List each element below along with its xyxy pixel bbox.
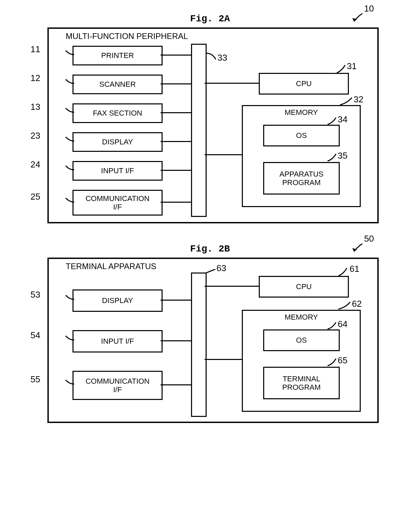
bus-ref-label: 33: [217, 53, 227, 63]
left-block-display: DISPLAY: [72, 289, 163, 312]
left-block-label: DISPLAY: [102, 296, 133, 305]
ref-55: 55: [30, 374, 40, 385]
left-block-display: DISPLAY: [72, 132, 163, 152]
ref-leader-icon: [62, 50, 75, 58]
terminal-box: TERMINAL APPARATUS 63 DISPLAY INPUT I/F: [47, 258, 379, 423]
connector-line: [205, 359, 243, 360]
ref-leader-icon: [62, 79, 75, 87]
cpu-label: CPU: [296, 79, 312, 88]
ref-leader-icon: [62, 335, 75, 344]
memory-block: MEMORY OS 64 TERMINAL PROGRAM 65: [242, 310, 361, 412]
bus-ref-label: 63: [216, 263, 226, 274]
ref-13: 13: [30, 102, 40, 112]
cpu-ref-label: 61: [350, 264, 359, 274]
program-label: APPARATUS PROGRAM: [279, 170, 323, 187]
connector-line: [161, 141, 192, 142]
left-block-input-if: INPUT I/F: [72, 330, 163, 352]
ref-25: 25: [30, 192, 40, 202]
ref-24: 24: [30, 159, 40, 170]
os-ref-label: 34: [338, 115, 348, 125]
connector-line: [161, 384, 192, 385]
outer-ref-arrow-icon: [349, 12, 366, 25]
program-label: TERMINAL PROGRAM: [282, 375, 321, 392]
program-block: TERMINAL PROGRAM: [263, 367, 340, 399]
left-block-label: PRINTER: [101, 51, 134, 60]
os-ref-label: 64: [338, 319, 348, 329]
os-block: OS: [263, 125, 340, 146]
connector-line: [161, 112, 192, 113]
connector-line: [205, 83, 260, 84]
left-block-printer: PRINTER: [72, 46, 163, 65]
ref-leader-icon: [62, 165, 75, 174]
connector-line: [205, 154, 243, 155]
memory-block: MEMORY OS 34 APPARATUS PROGRAM 35: [242, 105, 361, 207]
left-block-comm-if: COMMUNICATION I/F: [72, 190, 163, 216]
connector-line: [161, 340, 192, 341]
ref-leader-icon: [62, 107, 75, 116]
figure-2b: Fig. 2B 50 TERMINAL APPARATUS 63 DISPLAY: [7, 244, 413, 423]
left-block-label: INPUT I/F: [101, 337, 134, 345]
left-block-label: COMMUNICATION I/F: [85, 377, 149, 394]
mfp-box: MULTI-FUNCTION PERIPHERAL 33 PRINTER SCA…: [47, 27, 379, 223]
mfp-title: MULTI-FUNCTION PERIPHERAL: [66, 32, 188, 41]
memory-ref-label: 62: [352, 299, 362, 309]
program-ref-label: 65: [338, 356, 348, 366]
figure-2a: Fig. 2A 10 MULTI-FUNCTION PERIPHERAL 33 …: [7, 14, 413, 223]
left-block-label: DISPLAY: [102, 138, 133, 146]
connector-line: [161, 300, 192, 301]
os-block: OS: [263, 329, 340, 351]
cpu-label: CPU: [296, 282, 312, 291]
left-block-label: SCANNER: [99, 80, 136, 88]
ref-leader-icon: [62, 379, 75, 388]
terminal-title: TERMINAL APPARATUS: [66, 262, 156, 271]
left-block-scanner: SCANNER: [72, 75, 163, 94]
left-block-label: INPUT I/F: [101, 166, 134, 175]
left-block-label: FAX SECTION: [93, 109, 142, 117]
cpu-block: CPU: [259, 276, 349, 298]
connector-line: [161, 55, 192, 56]
memory-ref-label: 32: [354, 94, 363, 105]
program-block: APPARATUS PROGRAM: [263, 162, 340, 195]
ref-leader-icon: [62, 295, 75, 303]
os-label: OS: [296, 336, 307, 344]
ref-23: 23: [30, 130, 40, 141]
bus-bar: [191, 44, 207, 217]
left-block-label: COMMUNICATION I/F: [85, 194, 149, 211]
cpu-ref-label: 31: [347, 61, 357, 72]
connector-line: [161, 202, 192, 203]
ref-leader-icon: [62, 136, 75, 145]
ref-11: 11: [30, 44, 40, 55]
connector-line: [161, 83, 192, 84]
connector-line: [161, 170, 192, 171]
ref-54: 54: [30, 330, 40, 341]
outer-ref-arrow-icon: [349, 242, 366, 256]
connector-line: [205, 286, 260, 287]
left-block-comm-if: COMMUNICATION I/F: [72, 371, 163, 400]
left-block-fax: FAX SECTION: [72, 103, 163, 123]
bus-bar: [191, 273, 207, 417]
program-ref-label: 35: [338, 151, 348, 161]
ref-53: 53: [30, 289, 40, 300]
cpu-block: CPU: [259, 73, 349, 95]
left-block-input-if: INPUT I/F: [72, 161, 163, 181]
os-label: OS: [296, 131, 307, 140]
ref-12: 12: [30, 73, 40, 83]
ref-leader-icon: [62, 197, 75, 206]
